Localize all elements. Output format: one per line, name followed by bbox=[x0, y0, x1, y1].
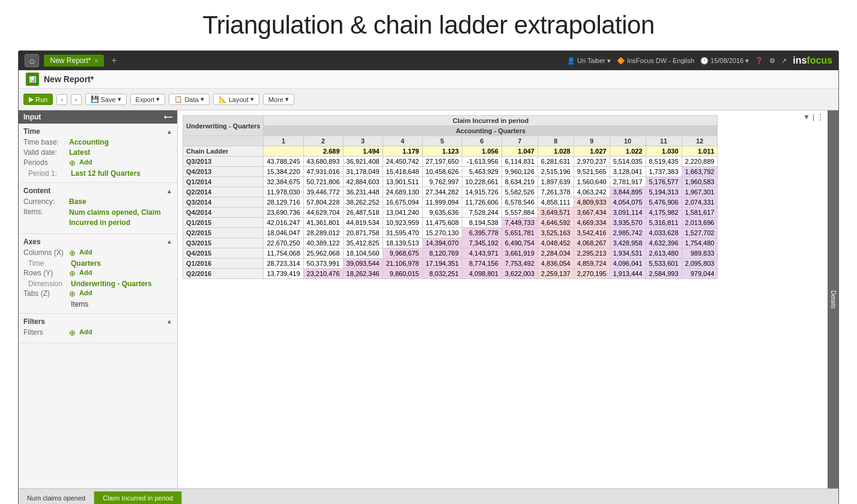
periods-add-link[interactable]: Add bbox=[79, 158, 92, 166]
currency-row: Currency: Base bbox=[23, 197, 172, 206]
cell-3-6: 5,582,526 bbox=[501, 187, 538, 197]
cell-7-5: 6,395,778 bbox=[462, 228, 501, 238]
save-button[interactable]: 💾 Save ▾ bbox=[85, 94, 127, 105]
report-tab[interactable]: New Report* × bbox=[44, 55, 104, 67]
chain-ladder-col-2: 1.494 bbox=[343, 146, 383, 157]
axes-collapse-icon[interactable]: ▲ bbox=[166, 238, 172, 245]
row-dim-row: Dimension Underwriting - Quarters bbox=[23, 280, 172, 288]
col-header-11: 11 bbox=[646, 136, 682, 146]
data-button[interactable]: 📋 Data ▾ bbox=[169, 94, 209, 105]
cell-2-8: 1,560,640 bbox=[574, 177, 610, 187]
cell-6-3: 10,923,959 bbox=[383, 218, 422, 228]
columns-row: Columns (X) ⊕ Add bbox=[23, 248, 172, 257]
filters-add-row: Filters ⊕ Add bbox=[23, 328, 172, 337]
logout-icon[interactable]: ↗ bbox=[781, 57, 787, 65]
time-collapse-icon[interactable]: ▲ bbox=[166, 128, 172, 135]
cell-11-1: 23,210,476 bbox=[303, 269, 343, 279]
valid-date-row: Valid date: Latest bbox=[23, 148, 172, 157]
cell-11-4: 8,032,251 bbox=[422, 269, 462, 279]
filters-collapse-icon[interactable]: ▲ bbox=[166, 318, 172, 325]
cell-8-1: 40,389,122 bbox=[303, 238, 343, 248]
report-icon: 📊 bbox=[26, 73, 39, 86]
table-row: Q3/201522,670,25040,389,12235,412,82518,… bbox=[183, 238, 718, 248]
input-section-header[interactable]: Input ⟵ bbox=[19, 110, 177, 124]
layout-button[interactable]: 📐 Layout ▾ bbox=[213, 94, 259, 105]
tabs-items-row: Items bbox=[23, 300, 172, 308]
home-button[interactable]: ⌂ bbox=[25, 54, 39, 67]
table-row: Q2/201613,739,41923,210,47618,262,3469,8… bbox=[183, 269, 718, 279]
tabs-add-link[interactable]: Add bbox=[79, 289, 92, 296]
details-sidebar[interactable]: Details bbox=[828, 110, 838, 488]
cell-8-9: 3,428,958 bbox=[610, 238, 646, 248]
cell-4-2: 38,262,252 bbox=[343, 197, 383, 208]
tab-num-claims[interactable]: Num claims opened bbox=[19, 491, 94, 505]
cell-2-1: 50,721,806 bbox=[303, 177, 343, 187]
more-options-icon[interactable]: ⋮ bbox=[817, 113, 824, 121]
filters-header: Filters ▲ bbox=[23, 317, 172, 326]
cell-10-2: 39,093,544 bbox=[343, 259, 383, 269]
rows-add-link[interactable]: Add bbox=[79, 269, 92, 276]
columns-add-icon[interactable]: ⊕ bbox=[69, 248, 76, 257]
time-block: Time ▲ Time base: Accounting Valid date:… bbox=[19, 124, 177, 183]
back-button[interactable]: ‹ bbox=[56, 94, 67, 105]
cell-1-2: 31,178,049 bbox=[343, 167, 383, 177]
cell-5-9: 3,091,114 bbox=[610, 208, 646, 218]
app-container: ⌂ New Report* × + 👤 Uri Taiber ▾ 🔶 InsFo… bbox=[18, 50, 839, 504]
export-button[interactable]: Export ▾ bbox=[130, 94, 166, 105]
tab-claim-incurred[interactable]: Claim Incurred in period bbox=[94, 491, 182, 505]
cell-9-0: 11,754,068 bbox=[264, 248, 303, 259]
cell-3-1: 39,446,772 bbox=[303, 187, 343, 197]
cell-5-10: 4,175,982 bbox=[646, 208, 682, 218]
periods-add-icon[interactable]: ⊕ bbox=[69, 158, 76, 167]
cell-11-3: 9,860,015 bbox=[383, 269, 422, 279]
content-collapse-icon[interactable]: ▲ bbox=[166, 188, 172, 194]
filters-add-icon[interactable]: ⊕ bbox=[69, 328, 76, 337]
cell-5-8: 3,667,434 bbox=[574, 208, 610, 218]
report-title: New Report* bbox=[44, 74, 94, 84]
run-button[interactable]: ▶ Run bbox=[23, 94, 53, 105]
table-row: Q3/201428,129,71657,804,22838,262,25216,… bbox=[183, 197, 718, 208]
close-tab-icon[interactable]: × bbox=[95, 58, 98, 64]
cell-10-5: 8,774,156 bbox=[462, 259, 501, 269]
time-header: Time ▲ bbox=[23, 127, 172, 136]
filters-block: Filters ▲ Filters ⊕ Add bbox=[19, 314, 177, 343]
filters-add-link[interactable]: Add bbox=[79, 328, 92, 335]
main-header-cell: Claim Incurred in period bbox=[264, 116, 718, 126]
time-base-row: Time base: Accounting bbox=[23, 138, 172, 146]
col-header-2: 2 bbox=[303, 136, 343, 146]
tabs-add-icon[interactable]: ⊕ bbox=[69, 289, 76, 298]
axes-header: Axes ▲ bbox=[23, 238, 172, 246]
cell-6-11: 2,013,696 bbox=[682, 218, 718, 228]
page-title: Triangulation & chain ladder extrapolati… bbox=[0, 0, 857, 50]
cell-6-9: 3,935,570 bbox=[610, 218, 646, 228]
cell-0-4: 27,197,650 bbox=[422, 157, 462, 167]
rows-add-icon[interactable]: ⊕ bbox=[69, 269, 76, 278]
col-header-row: 1 2 3 4 5 6 7 8 9 10 11 12 bbox=[183, 136, 718, 146]
cell-8-4: 14,394,070 bbox=[422, 238, 462, 248]
add-tab-icon[interactable]: + bbox=[109, 55, 119, 66]
columns-add-link[interactable]: Add bbox=[79, 248, 92, 256]
items-row: Items: Num claims opened, Claim Incurred… bbox=[23, 208, 172, 228]
toolbar: ▶ Run ‹ › 💾 Save ▾ Export ▾ 📋 Data ▾ 📐 L… bbox=[19, 89, 838, 110]
left-panel: Input ⟵ Time ▲ Time base: Accounting Val… bbox=[19, 110, 178, 488]
cell-1-9: 3,128,041 bbox=[610, 167, 646, 177]
col-header-12: 12 bbox=[682, 136, 718, 146]
cell-6-2: 44,819,534 bbox=[343, 218, 383, 228]
cell-2-7: 1,897,639 bbox=[538, 177, 574, 187]
top-bar-right: 👤 Uri Taiber ▾ 🔶 InsFocus DW - English 🕐… bbox=[567, 55, 832, 66]
forward-button[interactable]: › bbox=[71, 94, 82, 105]
cell-8-8: 4,068,267 bbox=[574, 238, 610, 248]
cell-11-7: 2,259,137 bbox=[538, 269, 574, 279]
chain-ladder-col-7: 1.028 bbox=[538, 146, 574, 157]
settings-icon[interactable]: ⚙ bbox=[769, 57, 775, 65]
cell-2-6: 8,634,219 bbox=[501, 177, 538, 187]
cell-4-8: 4,809,933 bbox=[574, 197, 610, 208]
more-button[interactable]: More ▾ bbox=[263, 94, 294, 105]
cell-1-7: 2,515,196 bbox=[538, 167, 574, 177]
cell-7-8: 3,542,416 bbox=[574, 228, 610, 238]
cell-6-7: 4,646,592 bbox=[538, 218, 574, 228]
help-icon[interactable]: ❓ bbox=[755, 57, 763, 65]
cell-7-1: 28,289,012 bbox=[303, 228, 343, 238]
filter-icon[interactable]: ▼ bbox=[803, 113, 810, 121]
cell-0-8: 2,970,237 bbox=[574, 157, 610, 167]
